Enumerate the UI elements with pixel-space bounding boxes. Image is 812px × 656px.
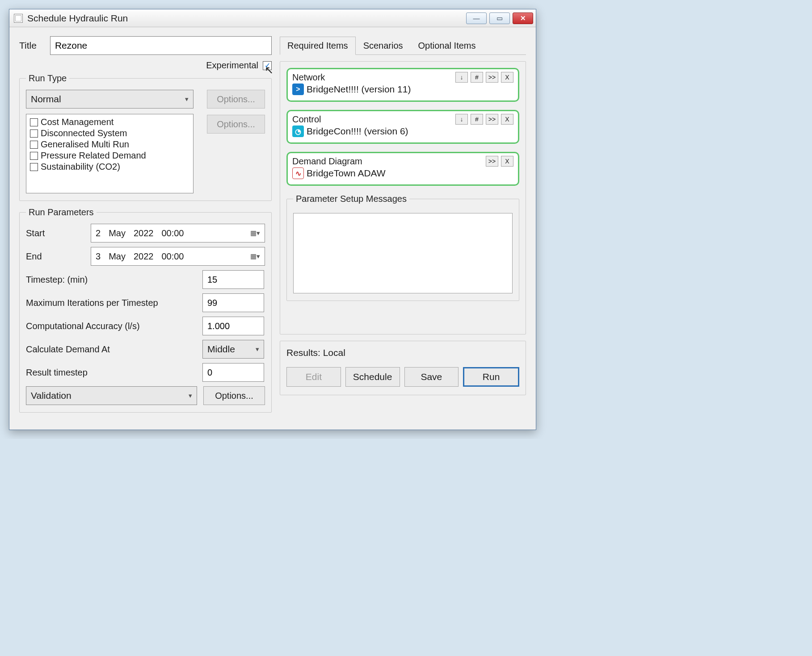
validation-select[interactable]: Validation ▾ <box>26 386 197 405</box>
check-pressure-related-demand[interactable]: Pressure Related Demand <box>30 150 189 161</box>
result-ts-input[interactable] <box>202 363 264 382</box>
results-label: Results: Local <box>286 347 519 358</box>
minimize-button[interactable]: — <box>466 13 487 24</box>
demand-clear-button[interactable]: X <box>501 156 513 167</box>
accuracy-label: Computational Accuracy (l/s) <box>26 321 202 331</box>
control-clear-button[interactable]: X <box>501 114 513 125</box>
run-parameters-legend: Run Parameters <box>26 207 97 217</box>
tab-required-items[interactable]: Required Items <box>280 37 356 55</box>
content-area: Title Experimental ✓ ↖ Run Type Normal ▾ <box>9 27 536 430</box>
required-items-panel: Network ↓ # >> X > BridgeNet!!!! (versio… <box>280 61 526 334</box>
experimental-row: Experimental ✓ ↖ <box>19 60 272 71</box>
check-sustainability[interactable]: Sustainability (CO2) <box>30 162 189 172</box>
diagram-icon: ∿ <box>292 167 304 179</box>
accuracy-input[interactable] <box>202 317 264 335</box>
experimental-checkbox[interactable]: ✓ <box>263 61 272 70</box>
control-label: Control <box>292 114 453 125</box>
window-title: Schedule Hydraulic Run <box>27 13 128 24</box>
title-label: Title <box>19 40 37 51</box>
calcat-select[interactable]: Middle ▾ <box>202 340 264 359</box>
messages-textarea[interactable] <box>293 213 513 293</box>
timestep-input[interactable] <box>202 270 264 289</box>
result-ts-label: Result timestep <box>26 368 202 378</box>
run-type-select[interactable]: Normal ▾ <box>26 90 194 109</box>
app-icon <box>14 14 23 23</box>
network-down-button[interactable]: ↓ <box>455 72 468 83</box>
demand-label: Demand Diagram <box>292 156 483 167</box>
run-type-options-2[interactable]: Options... <box>207 115 265 134</box>
chevron-down-icon: ▾ <box>189 392 192 400</box>
edit-button[interactable]: Edit <box>286 367 341 387</box>
parameter-messages-legend: Parameter Setup Messages <box>293 194 409 204</box>
run-parameters-group: Run Parameters Start 2 May 2022 00:00 ▦▾… <box>19 207 272 413</box>
title-input[interactable] <box>50 36 272 55</box>
right-column: Required Items Scenarios Optional Items … <box>280 36 526 419</box>
tab-bar: Required Items Scenarios Optional Items <box>280 36 526 55</box>
title-row: Title <box>19 36 272 55</box>
start-label: Start <box>26 228 91 238</box>
check-cost-management[interactable]: Cost Management <box>30 117 189 127</box>
control-value: BridgeCon!!!! (version 6) <box>307 126 408 137</box>
dialog-window: Schedule Hydraulic Run — ▭ ✕ Title Exper… <box>9 9 536 430</box>
window-buttons: — ▭ ✕ <box>466 13 533 24</box>
run-type-legend: Run Type <box>26 73 69 84</box>
end-label: End <box>26 251 91 262</box>
demand-more-button[interactable]: >> <box>486 156 498 167</box>
end-date-input[interactable]: 3 May 2022 00:00 ▦▾ <box>91 247 265 266</box>
run-type-options-1[interactable]: Options... <box>207 90 265 109</box>
chevron-down-icon: ▾ <box>185 95 189 103</box>
network-more-button[interactable]: >> <box>486 72 498 83</box>
control-down-button[interactable]: ↓ <box>455 114 468 125</box>
calendar-icon[interactable]: ▦▾ <box>250 229 260 237</box>
control-hash-button[interactable]: # <box>471 114 483 125</box>
chevron-down-icon: ▾ <box>256 345 259 353</box>
demand-value: BridgeTown ADAW <box>307 168 386 179</box>
control-more-button[interactable]: >> <box>486 114 498 125</box>
timestep-label: Timestep: (min) <box>26 275 202 285</box>
calcat-label: Calculate Demand At <box>26 344 202 355</box>
maximize-button[interactable]: ▭ <box>489 13 510 24</box>
check-generalised-multi-run[interactable]: Generalised Multi Run <box>30 139 189 150</box>
results-panel: Results: Local Edit Schedule Save Run <box>280 341 526 395</box>
network-icon: > <box>292 84 304 95</box>
run-type-checklist[interactable]: Cost Management Disconnected System Gene… <box>26 114 194 193</box>
maxiter-label: Maximum Iterations per Timestep <box>26 298 202 308</box>
save-button[interactable]: Save <box>404 367 459 387</box>
network-item: Network ↓ # >> X > BridgeNet!!!! (versio… <box>286 68 519 102</box>
start-date-input[interactable]: 2 May 2022 00:00 ▦▾ <box>91 224 265 242</box>
run-type-value: Normal <box>31 94 61 104</box>
control-item: Control ↓ # >> X ◔ BridgeCon!!!! (versio… <box>286 110 519 144</box>
run-button[interactable]: Run <box>463 367 519 387</box>
check-disconnected-system[interactable]: Disconnected System <box>30 128 189 138</box>
demand-diagram-item: Demand Diagram >> X ∿ BridgeTown ADAW <box>286 152 519 186</box>
close-button[interactable]: ✕ <box>513 13 533 24</box>
left-column: Title Experimental ✓ ↖ Run Type Normal ▾ <box>19 36 272 419</box>
network-clear-button[interactable]: X <box>501 72 513 83</box>
calendar-icon[interactable]: ▦▾ <box>250 252 260 260</box>
network-hash-button[interactable]: # <box>471 72 483 83</box>
validation-options-button[interactable]: Options... <box>203 386 265 405</box>
tab-scenarios[interactable]: Scenarios <box>356 37 411 55</box>
titlebar: Schedule Hydraulic Run — ▭ ✕ <box>9 9 536 27</box>
parameter-messages-group: Parameter Setup Messages <box>286 194 519 301</box>
experimental-label: Experimental <box>206 60 258 71</box>
network-label: Network <box>292 72 453 83</box>
network-value: BridgeNet!!!! (version 11) <box>307 84 411 95</box>
tab-optional-items[interactable]: Optional Items <box>411 37 484 55</box>
clock-icon: ◔ <box>292 125 304 137</box>
run-type-group: Run Type Normal ▾ Cost Management Discon… <box>19 73 272 201</box>
maxiter-input[interactable] <box>202 293 264 312</box>
schedule-button[interactable]: Schedule <box>345 367 400 387</box>
